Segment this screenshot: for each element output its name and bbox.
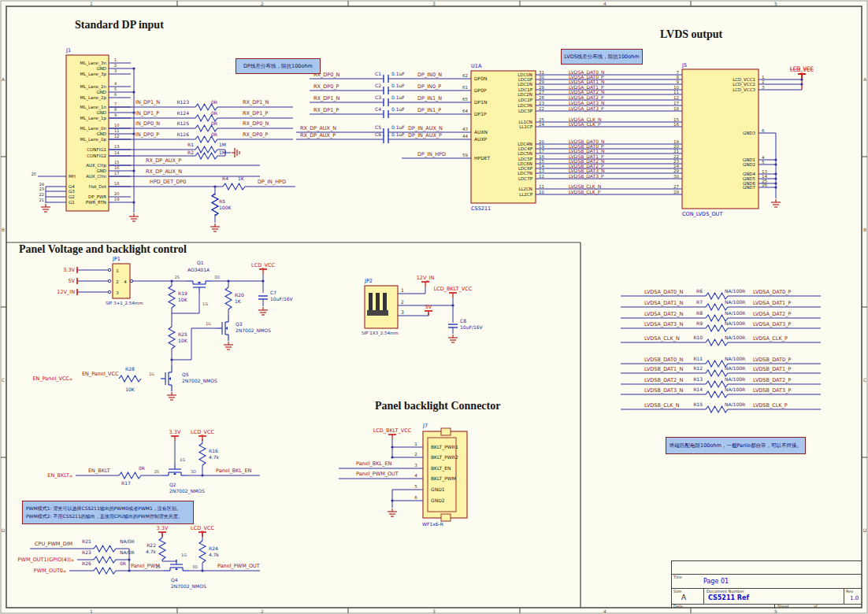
pin-number: 12 <box>114 134 119 139</box>
pin-circle <box>108 268 110 271</box>
pin-number: 9 <box>677 80 680 84</box>
transistor-pin-tag: 1G <box>180 457 185 462</box>
connector-part-number: CON_LVDS_OUT <box>682 211 722 217</box>
transistor-ref: Q5 <box>182 372 189 377</box>
pin-name: Hot_Det <box>89 184 107 190</box>
pin-name: AUX_CHn <box>86 174 106 179</box>
pin-number: 11 <box>539 184 544 189</box>
pin-number: 19 <box>114 197 119 202</box>
zone-row-label: A <box>863 76 867 82</box>
pin-number: 17 <box>114 171 119 176</box>
component-value: NA/100R <box>725 365 745 371</box>
component-ref: R10 <box>693 335 703 340</box>
header-pin-icon <box>376 293 380 312</box>
net-label: LVDSB_DAT3_P <box>569 173 604 179</box>
pin-name: GND <box>96 168 106 173</box>
pin-name: LCD_VCC3 <box>733 87 755 93</box>
connector-ref: J1 <box>65 47 71 54</box>
ground-icon <box>258 307 268 315</box>
pin-number: 3 <box>762 85 765 90</box>
pin-name: ML_Lane_1n <box>80 105 106 110</box>
transistor-ref: Q3 <box>236 321 243 327</box>
connector-part-number: WF1x6-R <box>422 521 443 527</box>
pin-number: 14 <box>114 150 119 155</box>
net-label: LVDSA_DAT2_P <box>753 311 791 317</box>
zone-col-label: 1 <box>90 608 93 614</box>
ground-icon <box>224 342 233 350</box>
component-value: 0.1uF <box>391 106 405 112</box>
component-ref: R21 <box>82 538 91 544</box>
zone-col-label: 3 <box>432 1 436 6</box>
component-value: 10uF/16V <box>270 296 294 301</box>
component-value: NA/100R <box>725 310 745 316</box>
net-label: LVDSA_DAT1_P <box>753 300 791 306</box>
component-value: 1K <box>238 176 245 181</box>
net-label: LVDSB_CLK_P <box>753 402 788 409</box>
net-label: IN_DP1_N <box>135 99 160 105</box>
resistor-icon <box>195 146 217 153</box>
component-ref: C2 <box>375 83 381 88</box>
zone-col-label: 4 <box>603 608 606 614</box>
zone-row-label: C <box>863 377 866 383</box>
resistor-icon <box>706 325 728 331</box>
transistor-part-number: 2N7002_NMOS <box>236 327 271 334</box>
pin-number: 3 <box>116 290 119 295</box>
net-label: LVDSA_DAT1_N <box>644 300 683 306</box>
pin-number: 22 <box>39 192 44 197</box>
net-label: LVDSB_DAT2_P <box>753 377 791 383</box>
power-net-label: 12V_IN <box>417 275 435 281</box>
component-ref: R9 <box>696 320 703 326</box>
component-ref: R19 <box>178 290 187 296</box>
component-value: 0R <box>139 465 145 471</box>
transistor-pin-tag: 3D <box>192 564 198 569</box>
net-label: LVDSB_DAT1_N <box>644 366 683 372</box>
pin-name: DP_PWR <box>88 194 106 200</box>
pin-circle <box>108 290 110 293</box>
pin-number: 29 <box>673 168 679 173</box>
net-label: LVDSA_DAT0_P <box>753 289 791 295</box>
pin-number: 6 <box>414 495 417 500</box>
power-net-label: LCD_BKLT_VCC <box>434 286 473 292</box>
pin-number: 30 <box>673 174 679 179</box>
net-label: DP_IN0_N <box>417 72 442 78</box>
pin-number: 4 <box>124 279 127 284</box>
pin-number: 2 <box>414 452 417 457</box>
connector-ref: JP2 <box>364 278 373 284</box>
pin-number: 4 <box>414 473 417 478</box>
junction-dot <box>391 499 393 501</box>
component-ref: R17 <box>121 480 131 486</box>
pin-name: ML_Lane_0n <box>80 126 106 131</box>
pin-name: AUXN <box>474 129 488 135</box>
component-ref: R1 <box>187 142 194 147</box>
pin-circle <box>130 279 132 282</box>
pin-name: LL1CP <box>519 124 532 129</box>
net-label: LVDSB_DAT1_P <box>753 366 791 372</box>
size-value: A <box>681 594 686 601</box>
pin-number: 12 <box>539 174 544 179</box>
pin-number: 25 <box>32 172 36 176</box>
component-ref: R14 <box>693 387 703 392</box>
component-ref: R22 <box>147 542 156 548</box>
component-ref: R15 <box>693 401 703 407</box>
junction-dot <box>774 186 777 188</box>
junction-dot <box>774 177 777 179</box>
pin-number: 21 <box>39 198 44 202</box>
pin-number: 3 <box>401 309 404 315</box>
title-label: Title <box>673 575 682 579</box>
resistor-icon <box>119 472 141 479</box>
sheet-title: Page 01 <box>703 578 729 585</box>
note-pwm-modes: PWM模式1: 背光可以选择CS5211输出的PWM0或者PWM1，没有区别。 … <box>22 501 194 524</box>
pin-name: DP1P <box>474 111 487 117</box>
pin-number: 10 <box>539 190 544 194</box>
pin-name: ML_Lane_1p <box>80 116 106 121</box>
ground-icon <box>448 335 458 342</box>
component-value: 10K <box>178 338 188 343</box>
pin-number: 10 <box>114 123 119 128</box>
ground-icon <box>41 204 50 212</box>
size-label: Size <box>673 589 681 594</box>
port-chevron-icon: » <box>71 557 74 564</box>
component-value: 1M <box>219 142 226 147</box>
component-value: 1K <box>235 298 242 304</box>
ground-icon <box>210 224 220 231</box>
component-value: NA/100R <box>725 335 745 340</box>
